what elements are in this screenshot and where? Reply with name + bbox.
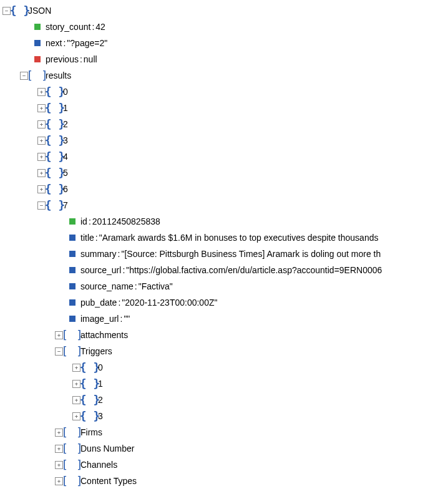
- list-item: + { } 1: [72, 376, 433, 392]
- key-label: Duns Number: [80, 440, 134, 457]
- index-label: 1: [63, 100, 68, 116]
- string-icon: [69, 267, 75, 273]
- prop-content-types: + [ ] Content Types: [55, 473, 433, 489]
- key-label: source_name: [80, 278, 134, 294]
- key-label: results: [46, 67, 71, 84]
- prop-results: − [ ] results + { } 0 + { } 1 + { } 2 + …: [20, 67, 433, 489]
- prop-duns-number: + [ ] Duns Number: [55, 440, 433, 457]
- array-icon: [ ]: [67, 427, 78, 438]
- value-label: "Aramark awards $1.6M in bonuses to top …: [99, 230, 379, 246]
- key-label: id: [80, 213, 87, 230]
- list-item: + { } 2: [72, 392, 433, 408]
- value-label: 20112450825838: [92, 213, 160, 230]
- toggle-spacer: [20, 24, 28, 31]
- prop-story-count: story_count : 42: [20, 19, 433, 35]
- list-item: + { } 0: [37, 84, 433, 100]
- number-icon: [34, 24, 41, 30]
- toggle-spacer: [20, 40, 28, 47]
- string-icon: [69, 235, 75, 241]
- object-icon: { }: [14, 5, 26, 16]
- index-label: 6: [63, 181, 68, 197]
- index-label: 1: [98, 376, 103, 392]
- list-item: + { } 6: [37, 181, 433, 197]
- list-item: + { } 3: [37, 132, 433, 148]
- object-icon: { }: [84, 362, 95, 373]
- key-label: title: [80, 230, 94, 246]
- prop-source-url: source_url : "https://global.factiva.com…: [55, 262, 433, 278]
- prop-channels: + [ ] Channels: [55, 457, 433, 473]
- key-label: Firms: [80, 424, 102, 440]
- object-icon: { }: [49, 86, 61, 97]
- object-icon: { }: [84, 394, 95, 405]
- value-label: null: [84, 51, 97, 67]
- prop-id: id : 20112450825838: [55, 213, 433, 230]
- key-label: source_url: [80, 262, 121, 278]
- value-label: "2020-11-23T00:00:00Z": [122, 294, 217, 311]
- array-icon: [ ]: [67, 475, 78, 487]
- key-label: summary: [80, 246, 117, 262]
- array-icon: [ ]: [67, 443, 78, 454]
- prop-previous: previous : null: [20, 51, 433, 67]
- object-icon: { }: [49, 119, 61, 130]
- key-label: Triggers: [80, 343, 112, 359]
- object-icon: { }: [49, 102, 61, 114]
- string-icon: [34, 40, 41, 46]
- object-icon: { }: [49, 200, 61, 211]
- prop-pub-date: pub_date : "2020-11-23T00:00:00Z": [55, 294, 433, 311]
- object-icon: { }: [49, 167, 61, 178]
- list-item: + { } 2: [37, 116, 433, 132]
- results-item-7: − { } 7 id : 20112450825838 title : "Ara…: [37, 197, 433, 489]
- key-label: next: [46, 35, 62, 51]
- list-item: + { } 3: [72, 408, 433, 424]
- object-icon: { }: [49, 135, 61, 146]
- prop-triggers: − [ ] Triggers + { } 0 + { } 1 + { } 2 +…: [55, 343, 433, 424]
- prop-source-name: source_name : "Factiva": [55, 278, 433, 294]
- number-icon: [69, 218, 75, 225]
- list-item: + { } 1: [37, 100, 433, 116]
- key-label: pub_date: [80, 294, 117, 311]
- object-icon: { }: [84, 378, 95, 389]
- object-icon: { }: [49, 183, 61, 195]
- index-label: 0: [63, 84, 68, 100]
- prop-image-url: image_url : "": [55, 311, 433, 327]
- key-label: story_count: [46, 19, 90, 35]
- prop-title: title : "Aramark awards $1.6M in bonuses…: [55, 230, 433, 246]
- key-label: attachments: [80, 327, 128, 343]
- null-icon: [34, 56, 41, 62]
- value-label: "Factiva": [139, 278, 173, 294]
- array-icon: [ ]: [32, 70, 43, 81]
- root-label: JSON: [28, 2, 51, 19]
- list-item: + { } 5: [37, 165, 433, 181]
- toggle-spacer: [20, 56, 28, 63]
- value-label: "?page=2": [67, 35, 107, 51]
- separator: :: [92, 19, 94, 35]
- key-label: Content Types: [80, 473, 137, 489]
- index-label: 2: [63, 116, 68, 132]
- json-tree: − { } JSON story_count : 42 n: [2, 2, 433, 489]
- key-label: image_url: [80, 311, 119, 327]
- list-item: + { } 0: [72, 359, 433, 376]
- index-label: 0: [98, 359, 103, 376]
- root-node: − { } JSON story_count : 42 n: [2, 2, 433, 489]
- list-item: + { } 4: [37, 148, 433, 165]
- index-label: 5: [63, 165, 68, 181]
- index-label: 2: [98, 392, 103, 408]
- value-label: "https://global.factiva.com/en/du/articl…: [126, 262, 382, 278]
- value-label: "": [124, 311, 130, 327]
- array-icon: [ ]: [67, 329, 78, 341]
- prop-attachments: + [ ] attachments: [55, 327, 433, 343]
- string-icon: [69, 283, 75, 289]
- key-label: Channels: [80, 457, 117, 473]
- separator: :: [63, 35, 66, 51]
- value-label: 42: [95, 19, 105, 35]
- separator: :: [80, 51, 82, 67]
- prop-next: next : "?page=2": [20, 35, 433, 51]
- index-label: 4: [63, 148, 68, 165]
- key-label: previous: [46, 51, 79, 67]
- object-icon: { }: [49, 151, 61, 162]
- array-icon: [ ]: [67, 459, 78, 470]
- prop-firms: + [ ] Firms: [55, 424, 433, 440]
- string-icon: [69, 316, 75, 322]
- array-icon: [ ]: [67, 346, 78, 357]
- value-label: "[Source: Pittsburgh Business Times] Ara…: [121, 246, 381, 262]
